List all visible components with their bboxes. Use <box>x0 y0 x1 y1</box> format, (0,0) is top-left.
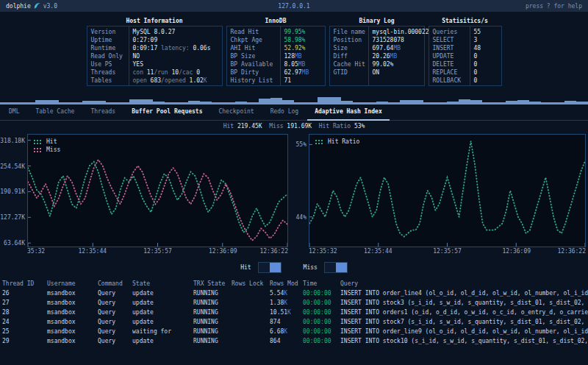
cell-state: update <box>132 336 193 346</box>
panel-row: Diff20.26MB <box>330 52 424 60</box>
sparkline-bar <box>106 102 118 104</box>
stat-value: 191.69K <box>287 123 312 130</box>
sparkline-bar <box>376 102 388 104</box>
cell-time: 00:00:00 <box>303 317 340 327</box>
panel-row-value: YES <box>129 60 143 68</box>
value-segment: 1.38 <box>270 300 284 306</box>
cell-command: Query <box>98 327 132 336</box>
x-tick-label: 12:36:09 <box>209 248 237 255</box>
ahi-hit-ratio-chart: 55%44% Hit Ratio 12:35:3212:35:4412:35:5… <box>288 134 586 257</box>
column-header-thread-id: Thread ID <box>2 279 47 288</box>
stat-label: Hit Ratio <box>319 123 351 130</box>
cell-time: 00:00:00 <box>303 327 340 336</box>
legend-series-name: Hit <box>46 138 57 145</box>
cell-command: Query <box>98 336 132 346</box>
cell-rows-lock <box>232 288 270 298</box>
cell-trx-state: RUNNING <box>193 317 232 327</box>
panel-row-label: DELETE <box>429 60 470 68</box>
value-segment: mysql-bin.000022 <box>373 29 429 35</box>
panel-row-label: Size <box>330 44 368 52</box>
value-segment: 55 <box>474 29 481 35</box>
tab-redo-log[interactable]: Redo Log <box>268 108 302 120</box>
tab-table-cache[interactable]: Table Cache <box>32 108 77 120</box>
panel-row: Uptime0:27:09 <box>87 36 222 44</box>
table-header-row: Thread IDUsernameCommandStateTRX StateRo… <box>0 279 588 288</box>
panel-row-value: 99.02% <box>368 60 394 68</box>
sparkline-bar <box>564 101 576 104</box>
value-segment: 52.92% <box>284 45 306 52</box>
value-segment: 0.06s <box>193 45 210 52</box>
panel-row-value: 55 <box>470 28 481 36</box>
sparkline-bar <box>435 102 447 104</box>
tab-checkpoint[interactable]: Checkpoint <box>215 108 257 120</box>
value-segment: 0 <box>196 69 200 76</box>
sparkline-bar <box>553 102 564 104</box>
tab-threads[interactable]: Threads <box>87 108 118 120</box>
panel-divider <box>470 26 470 85</box>
value-segment: 20.26 <box>373 53 390 60</box>
panel-statisitics-s: Statisitics/sQueries55SELECT3INSERT48UPD… <box>429 16 502 93</box>
y-tick-label: 190.91K <box>0 188 25 195</box>
panel-row-value: 0 <box>470 52 478 60</box>
x-axis-labels: 12:35:3212:35:4412:35:5712:36:0912:36:22 <box>309 247 586 257</box>
x-tick-label: 12:36:22 <box>259 248 288 255</box>
tab-buffer-pool-requests[interactable]: Buffer Pool Requests <box>129 108 205 120</box>
legend-marker-icon <box>34 139 43 144</box>
legend-marker-icon <box>315 139 324 144</box>
panel-row-value: NO <box>129 52 140 60</box>
toggle-switch[interactable] <box>258 262 282 273</box>
cell-username: msandbox <box>47 336 98 346</box>
sparkline-bar <box>294 102 306 104</box>
sparkline-bar <box>188 101 200 104</box>
panel-row-label: Queries <box>429 28 470 36</box>
cell-trx-state: RUNNING <box>193 288 232 298</box>
panel-row-label: UPDATE <box>429 52 470 60</box>
sparkline-bar <box>459 99 470 104</box>
value-segment: K <box>284 290 287 297</box>
value-segment: 3 <box>474 37 478 43</box>
y-tick-label: 127.27K <box>0 214 25 221</box>
cell-thread-id: 25 <box>2 327 47 336</box>
x-tick-label: 12:36:22 <box>557 248 586 255</box>
stat-value: 219.45K <box>237 123 262 130</box>
chart-legend-entry: Hit Ratio <box>315 138 359 146</box>
value-segment: NO <box>133 53 140 60</box>
value-segment: YES <box>133 61 143 68</box>
processlist-row: 24msandboxQueryupdateRUNNING87400:00:00I… <box>0 317 588 327</box>
panel-row: UPDATE0 <box>429 52 501 60</box>
help-hint: press ? for help <box>526 3 582 10</box>
panel-row: Read Hit99.95% <box>227 28 325 36</box>
panel-row: Chkpt Age58.98% <box>227 36 325 44</box>
sparkline-bar <box>200 102 212 104</box>
series-hit-ratio <box>309 141 585 237</box>
panel-row-value: mysql-bin.000022 <box>368 28 429 36</box>
panel-row-value: 62.97MB <box>280 68 309 77</box>
tab-adaptive-hash-index[interactable]: Adaptive Hash Index <box>312 108 385 120</box>
panel-row: Use PSYES <box>87 60 222 68</box>
sparkline-bar <box>247 102 259 104</box>
sparkline-bar <box>24 102 35 104</box>
panel-row: Runtime0:09:17 latency: 0.06s <box>87 44 222 52</box>
panel-box: VersionMySQL 8.0.27Uptime0:27:09Runtime0… <box>87 26 223 86</box>
sparkline-bar <box>47 100 59 104</box>
sparkline-bar <box>82 101 94 104</box>
cell-time: 00:00:00 <box>303 336 340 346</box>
cell-state: waiting for <box>132 327 193 336</box>
series-toggle-row: HitMiss <box>0 258 588 276</box>
sparkline-bar <box>118 102 129 104</box>
column-header-rows-mod: Rows Mod <box>270 279 303 288</box>
value-segment: 10 <box>172 69 179 76</box>
cell-query: INSERT INTO stock10 (s_i_id, s_w_id, s_q… <box>340 336 588 346</box>
toggle-switch[interactable] <box>324 262 348 273</box>
sparkline-bar <box>470 100 482 104</box>
panel-row-value: 48 <box>470 44 481 52</box>
x-axis-labels: 35:3212:35:4412:35:5712:36:0912:36:22 <box>27 247 288 257</box>
panel-row-label: SELECT <box>429 36 470 44</box>
cell-thread-id: 24 <box>2 317 47 327</box>
y-axis-labels: 55%44% <box>288 134 309 257</box>
tab-dml[interactable]: DML <box>6 108 22 120</box>
panel-row: Threadscon 11/run 10/cac 0 <box>87 68 222 77</box>
sparkline-bar <box>12 102 24 104</box>
toggle-label: Hit <box>240 264 251 271</box>
sparkline-bar <box>494 102 506 104</box>
